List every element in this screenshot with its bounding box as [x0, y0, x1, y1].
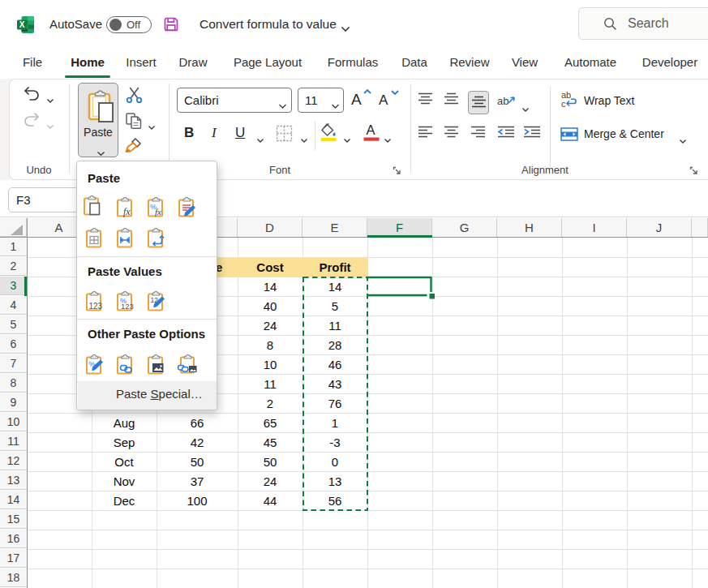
paste-keep-source-formatting-icon[interactable]: [174, 195, 200, 220]
row-header-14[interactable]: 14: [0, 491, 27, 509]
copy-chevron-icon[interactable]: [148, 119, 156, 134]
cell-D9[interactable]: 2: [238, 395, 303, 413]
paste-formulas-number-formatting-icon[interactable]: % fx: [144, 195, 169, 220]
cell-E12[interactable]: 0: [303, 453, 367, 471]
paste-values-number-formatting-icon[interactable]: % 123: [113, 290, 139, 314]
row-header-9[interactable]: 9: [0, 393, 27, 412]
paste-formulas-icon[interactable]: fx: [113, 195, 139, 220]
cell-D11[interactable]: 45: [238, 434, 303, 452]
align-right-icon[interactable]: [470, 126, 486, 143]
save-icon[interactable]: [163, 16, 179, 32]
merge-center-chevron-icon[interactable]: [679, 133, 687, 148]
column-header-D[interactable]: D: [238, 218, 303, 237]
cell-D2[interactable]: Cost: [238, 259, 303, 277]
row-header-12[interactable]: 12: [0, 452, 27, 470]
format-painter-icon[interactable]: [125, 137, 143, 158]
cell-C13[interactable]: 37: [157, 473, 238, 491]
tab-home[interactable]: Home: [65, 49, 110, 76]
paste-values-icon[interactable]: 123: [82, 290, 108, 314]
column-header-J[interactable]: J: [627, 218, 692, 237]
cell-C12[interactable]: 50: [157, 453, 238, 471]
cell-D13[interactable]: 24: [238, 473, 303, 491]
cell-B10[interactable]: Aug: [92, 414, 157, 432]
paste-special-row[interactable]: Paste Special…: [78, 381, 217, 410]
decrease-font-size-icon[interactable]: A: [378, 88, 401, 112]
row-header-10[interactable]: 10: [0, 413, 27, 431]
column-header-G[interactable]: G: [432, 218, 497, 237]
document-title[interactable]: Convert formula to value: [200, 0, 337, 49]
column-header-I[interactable]: I: [562, 218, 627, 237]
cell-D12[interactable]: 50: [238, 453, 303, 471]
row-header-8[interactable]: 8: [0, 374, 27, 393]
tab-review[interactable]: Review: [442, 49, 497, 76]
cell-E3[interactable]: 14: [303, 278, 367, 296]
cell-D4[interactable]: 40: [238, 298, 303, 315]
font-dialog-launcher-icon[interactable]: [393, 165, 402, 174]
wrap-text-label[interactable]: Wrap Text: [584, 94, 635, 107]
font-name-combo[interactable]: Calibri: [177, 88, 292, 113]
row-header-2[interactable]: 2: [0, 257, 27, 276]
tab-view[interactable]: View: [505, 49, 544, 76]
cell-B12[interactable]: Oct: [92, 453, 157, 471]
cell-E6[interactable]: 28: [303, 337, 367, 354]
cell-D14[interactable]: 44: [238, 492, 303, 510]
cell-D10[interactable]: 65: [238, 414, 303, 432]
cell-E4[interactable]: 5: [303, 298, 367, 315]
middle-align-icon[interactable]: [444, 92, 459, 109]
tab-automate[interactable]: Automate: [553, 49, 628, 76]
cell-D5[interactable]: 24: [238, 317, 303, 335]
tab-formulas[interactable]: Formulas: [320, 49, 386, 76]
tab-page-layout[interactable]: Page Layout: [225, 49, 311, 76]
top-align-icon[interactable]: [418, 92, 433, 109]
tab-developer[interactable]: Developer: [634, 49, 706, 76]
align-center-icon[interactable]: [444, 126, 459, 143]
row-header-13[interactable]: 13: [0, 471, 27, 490]
document-title-chevron-icon[interactable]: [341, 21, 350, 36]
cell-E13[interactable]: 13: [303, 473, 367, 491]
wrap-text-icon[interactable]: ab c: [560, 91, 578, 112]
cut-icon[interactable]: [126, 87, 143, 107]
orientation-chevron-icon[interactable]: [521, 101, 530, 116]
row-header-1[interactable]: 1: [0, 238, 27, 256]
tab-file[interactable]: File: [15, 49, 50, 76]
underline-button[interactable]: U: [235, 125, 245, 141]
cell-E7[interactable]: 46: [303, 356, 367, 374]
row-header-4[interactable]: 4: [0, 296, 27, 315]
cell-D7[interactable]: 10: [238, 356, 303, 374]
row-header-18[interactable]: 18: [0, 569, 27, 587]
font-size-combo[interactable]: 11: [298, 88, 344, 113]
cell-E9[interactable]: 76: [303, 395, 367, 413]
copy-icon[interactable]: [125, 112, 143, 133]
undo-icon[interactable]: [23, 85, 41, 106]
row-header-16[interactable]: 16: [0, 530, 27, 548]
paste-linked-picture-icon[interactable]: [174, 353, 200, 377]
cell-E5[interactable]: 11: [303, 317, 367, 335]
row-header-3[interactable]: 3: [0, 277, 27, 295]
tab-draw[interactable]: Draw: [172, 49, 214, 76]
paste-link-icon[interactable]: [113, 353, 139, 377]
row-header-17[interactable]: 17: [0, 549, 27, 568]
column-header-E[interactable]: E: [303, 218, 367, 237]
paste-values-source-formatting-icon[interactable]: 12: [144, 290, 169, 314]
cell-E14[interactable]: 56: [303, 492, 367, 510]
column-header-F[interactable]: F: [367, 218, 432, 237]
paste-formatting-icon[interactable]: %: [82, 353, 108, 377]
cell-B14[interactable]: Dec: [92, 492, 157, 510]
font-color-chevron-icon[interactable]: [384, 132, 392, 147]
undo-chevron-icon[interactable]: [46, 92, 54, 107]
fill-color-icon[interactable]: [320, 122, 337, 145]
increase-font-size-icon[interactable]: A: [350, 88, 373, 112]
tab-insert[interactable]: Insert: [120, 49, 162, 76]
cell-C10[interactable]: 66: [157, 414, 238, 432]
select-all-corner[interactable]: [0, 218, 27, 237]
increase-indent-icon[interactable]: [523, 126, 541, 143]
row-header-11[interactable]: 11: [0, 432, 27, 451]
cell-E8[interactable]: 43: [303, 376, 367, 393]
fill-color-chevron-icon[interactable]: [343, 132, 351, 147]
row-header-5[interactable]: 5: [0, 315, 27, 334]
borders-icon[interactable]: [276, 125, 293, 145]
merge-center-icon[interactable]: [560, 127, 578, 144]
cell-C11[interactable]: 42: [157, 434, 238, 452]
merge-center-label[interactable]: Merge & Center: [584, 127, 664, 140]
paste-transpose-icon[interactable]: [144, 226, 169, 251]
